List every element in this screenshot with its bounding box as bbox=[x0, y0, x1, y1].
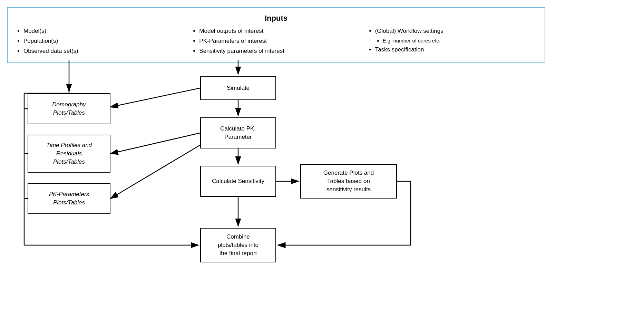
demography-box: Demography Plots/Tables bbox=[28, 93, 110, 124]
calculatesensitivity-box: Calculate Sensitivity bbox=[200, 166, 276, 197]
inputs-box: Inputs Model(s) Population(s) Observed d… bbox=[7, 7, 545, 63]
inputs-col-2: Model outputs of interest PK-Parameters … bbox=[192, 26, 360, 56]
simulate-box: Simulate bbox=[200, 76, 276, 100]
inputs-col1-item-3: Observed data set(s) bbox=[23, 46, 185, 56]
inputs-title: Inputs bbox=[16, 14, 536, 23]
inputs-col-3: (Global) Workflow settings E.g. number o… bbox=[368, 26, 536, 56]
inputs-col1-item-2: Population(s) bbox=[23, 36, 185, 46]
pkparameters-box: PK-Parameters Plots/Tables bbox=[28, 183, 110, 214]
inputs-columns: Model(s) Population(s) Observed data set… bbox=[16, 26, 536, 56]
inputs-col2-item-1: Model outputs of interest bbox=[199, 26, 360, 36]
inputs-col3-item-1: (Global) Workflow settings E.g. number o… bbox=[375, 26, 536, 45]
calculatepk-box: Calculate PK- Parameter bbox=[200, 117, 276, 148]
diagram-container: Inputs Model(s) Population(s) Observed d… bbox=[0, 0, 644, 328]
svg-line-19 bbox=[110, 145, 200, 199]
combineplots-box: Combine plots/tables into the final repo… bbox=[200, 228, 276, 262]
generateplots-box: Generate Plots and Tables based on sensi… bbox=[300, 164, 397, 199]
svg-line-17 bbox=[110, 133, 200, 154]
svg-line-18 bbox=[110, 88, 200, 107]
inputs-col2-item-3: Sensitivity parameters of interest bbox=[199, 46, 360, 56]
inputs-col1-item-1: Model(s) bbox=[23, 26, 185, 36]
inputs-col-1: Model(s) Population(s) Observed data set… bbox=[16, 26, 185, 56]
inputs-col2-item-2: PK-Parameters of interest bbox=[199, 36, 360, 46]
inputs-col3-subitem-1: E.g. number of cores etc. bbox=[383, 36, 536, 45]
timeprofiles-box: Time Profiles and Residuals Plots/Tables bbox=[28, 135, 110, 173]
inputs-col3-item-2: Tasks specification bbox=[375, 45, 536, 55]
